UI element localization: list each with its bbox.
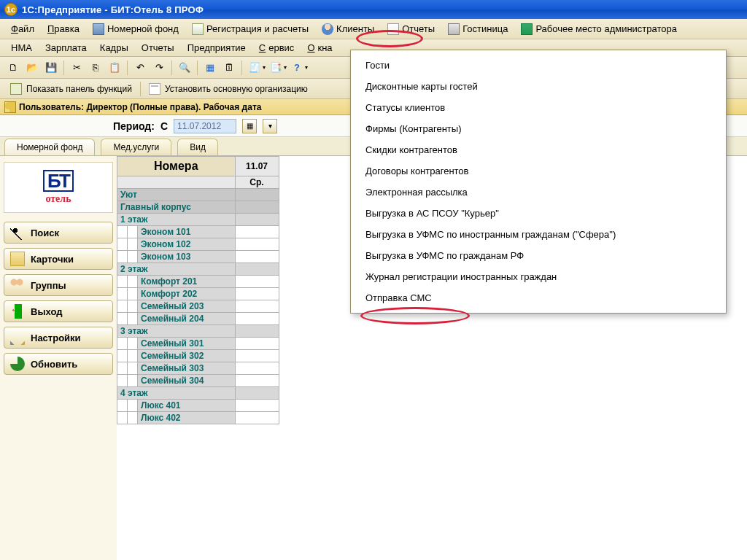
dropdown-arrow-icon[interactable]: ▾ xyxy=(284,64,287,71)
calc-icon[interactable]: ▦ xyxy=(201,59,219,77)
dropdown-arrow-icon[interactable]: ▾ xyxy=(263,64,266,71)
side-btn-Обновить[interactable]: Обновить xyxy=(4,353,113,375)
set-main-org[interactable]: Установить основную организацию xyxy=(143,82,314,96)
menu-Гостиница[interactable]: Гостиница xyxy=(441,20,514,38)
room-cell[interactable]: Семейный 304 xyxy=(138,375,236,387)
side-btn-Настройки[interactable]: Настройки xyxy=(4,327,113,349)
save-icon[interactable]: 💾 xyxy=(42,59,60,77)
paste-icon[interactable]: 📋 xyxy=(106,59,123,77)
user-info-text: Пользователь: Директор (Полные права). Р… xyxy=(19,102,261,112)
menu-Рабочее место администратора[interactable]: Рабочее место администратора xyxy=(514,20,684,38)
show-functions-panel[interactable]: Показать панель функций xyxy=(4,82,138,96)
menu-Правка[interactable]: Правка xyxy=(41,20,86,37)
room-cell[interactable]: Эконом 101 xyxy=(138,226,236,238)
submenu-Окна[interactable]: Окна xyxy=(301,39,338,56)
find-icon[interactable]: 🔍 xyxy=(176,59,193,77)
side-btn-Выход[interactable]: Выход xyxy=(4,300,113,322)
group-row[interactable]: Уют xyxy=(117,189,236,201)
tab-Мед.услуги[interactable]: Мед.услуги xyxy=(101,139,171,155)
date-header: 11.07 xyxy=(235,157,279,176)
help-icon[interactable]: ? xyxy=(288,59,306,77)
tab-Вид[interactable]: Вид xyxy=(177,139,218,155)
dd-item[interactable]: Выгрузка в УФМС по иностранным гражданам… xyxy=(351,224,726,245)
window-title: 1С:Предприятие - БИТ:Отель 8 ПРОФ xyxy=(22,4,204,15)
submenu-Предприятие[interactable]: Предприятие xyxy=(181,39,252,56)
room-cell[interactable]: Семейный 303 xyxy=(138,362,236,375)
floor-row[interactable]: 4 этаж xyxy=(117,387,236,400)
sb-exit-icon xyxy=(10,304,25,319)
separator xyxy=(197,61,198,75)
sb-search-icon xyxy=(10,225,25,240)
room-cell[interactable]: Семейный 204 xyxy=(138,313,236,325)
submenu-Кадры[interactable]: Кадры xyxy=(93,39,135,56)
submenu-Зарплата[interactable]: Зарплата xyxy=(39,39,93,56)
undo-icon[interactable]: ↶ xyxy=(131,59,149,77)
sb-refresh-icon xyxy=(10,357,25,371)
dd-item[interactable]: Договоры контрагентов xyxy=(351,160,726,182)
dd-item[interactable]: Выгрузка в АС ПСОУ "Курьер" xyxy=(351,203,726,224)
date-from-input[interactable] xyxy=(174,119,236,133)
dd-item[interactable]: Фирмы (Контрагенты) xyxy=(351,118,726,139)
dd-item[interactable]: Электронная рассылка xyxy=(351,182,726,203)
dd-item[interactable]: Отправка СМС xyxy=(351,287,726,308)
new-doc-icon[interactable]: 🗋 xyxy=(4,59,22,77)
key-icon xyxy=(4,101,16,113)
room-cell[interactable]: Семейный 301 xyxy=(138,338,236,350)
main-menu: ФайлПравкаНомерной фондРегистрация и рас… xyxy=(0,19,747,39)
side-btn-Группы[interactable]: Группы xyxy=(4,274,113,296)
menu-Отчеты[interactable]: Отчеты xyxy=(381,20,441,38)
room-cell[interactable]: Комфорт 202 xyxy=(138,288,236,300)
sb-groups-icon xyxy=(10,278,25,292)
calendar-icon[interactable]: 🗓 xyxy=(220,59,238,77)
cut-icon[interactable]: ✂ xyxy=(68,59,85,77)
room-cell[interactable]: Люкс 401 xyxy=(138,400,236,412)
dd-item[interactable]: Гости xyxy=(351,55,726,76)
room-cell[interactable]: Люкс 402 xyxy=(138,412,236,424)
dd-item[interactable]: Дисконтные карты гостей xyxy=(351,76,726,97)
titlebar: 1c 1С:Предприятие - БИТ:Отель 8 ПРОФ xyxy=(0,0,747,19)
menu-icon xyxy=(93,23,104,35)
menu-Номерной фонд[interactable]: Номерной фонд xyxy=(86,20,185,38)
calendar-button[interactable]: ▦ xyxy=(242,119,257,133)
side-btn-Поиск[interactable]: Поиск xyxy=(4,222,113,244)
logo-top: БТ xyxy=(43,170,74,192)
room-cell[interactable]: Семейный 302 xyxy=(138,350,236,362)
dd-item[interactable]: Журнал регистрации иностранных граждан xyxy=(351,266,726,287)
menu-icon xyxy=(387,23,399,35)
floor-row[interactable]: 3 этаж xyxy=(117,325,236,338)
menu-icon xyxy=(521,23,533,35)
period-label: Период: xyxy=(113,120,155,132)
side-btn-Карточки[interactable]: Карточки xyxy=(4,248,113,270)
floor-row[interactable]: 1 этаж xyxy=(117,214,236,226)
dropdown-button[interactable]: ▾ xyxy=(263,119,277,133)
rooms-table[interactable]: Номера 11.07 Ср. УютГлавный корпус1 этаж… xyxy=(117,156,279,424)
dd-item[interactable]: Скидки контрагентов xyxy=(351,139,726,160)
menu-Файл[interactable]: Файл xyxy=(4,20,41,37)
group-row[interactable]: Главный корпус xyxy=(117,201,236,214)
room-cell[interactable]: Комфорт 201 xyxy=(138,276,236,288)
floor-row[interactable]: 2 этаж xyxy=(117,263,236,276)
dd-item[interactable]: Выгрузка в УФМС по гражданам РФ xyxy=(351,245,726,266)
reports-icon[interactable]: 🧾 xyxy=(246,59,263,77)
dropdown-arrow-icon[interactable]: ▾ xyxy=(305,64,308,71)
print-icon[interactable]: 📑 xyxy=(267,59,285,77)
menu-Регистрация и расчеты[interactable]: Регистрация и расчеты xyxy=(185,20,315,38)
room-cell[interactable]: Эконом 103 xyxy=(138,251,236,263)
tab-Номерной фонд[interactable]: Номерной фонд xyxy=(4,139,95,155)
copy-icon[interactable]: ⎘ xyxy=(87,59,104,77)
menu-icon xyxy=(448,23,460,35)
room-cell[interactable]: Семейный 203 xyxy=(138,300,236,313)
menu-icon xyxy=(192,23,204,35)
submenu-Сервис[interactable]: Сервис xyxy=(252,39,301,56)
sb-cards-icon xyxy=(10,252,25,266)
submenu-Отчеты[interactable]: Отчеты xyxy=(135,39,181,56)
clients-dropdown: ГостиДисконтные карты гостейСтатусы клие… xyxy=(350,50,727,314)
room-cell[interactable]: Эконом 102 xyxy=(138,238,236,251)
logo-bottom: отель xyxy=(45,193,71,205)
rooms-header: Номера xyxy=(117,157,236,176)
dd-item[interactable]: Статусы клиентов xyxy=(351,97,726,118)
submenu-НМА[interactable]: НМА xyxy=(4,39,39,56)
redo-icon[interactable]: ↷ xyxy=(150,59,168,77)
menu-Клиенты[interactable]: Клиенты xyxy=(315,20,381,38)
open-icon[interactable]: 📂 xyxy=(23,59,41,77)
